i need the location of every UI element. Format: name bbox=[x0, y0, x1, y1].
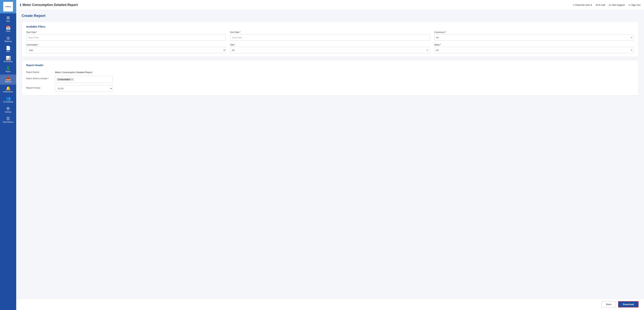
site-label: Site * bbox=[230, 44, 430, 46]
info-icon: ℹ bbox=[20, 3, 21, 7]
email-icon: ✉ bbox=[596, 4, 598, 6]
end-date-input[interactable] bbox=[230, 34, 430, 41]
report-header-grid: Report Name: Meter Consumption Detailed … bbox=[26, 70, 634, 92]
customers-clear-button[interactable]: ✕ bbox=[630, 36, 632, 39]
end-date-label: End Date * bbox=[230, 31, 430, 34]
sidebar-item-settings[interactable]: ⚙ Settings bbox=[0, 105, 16, 115]
meter-input[interactable]: All ✕ bbox=[434, 47, 634, 53]
select-include-input[interactable]: Consumption ✕ bbox=[55, 76, 112, 83]
chevron-down-icon: ▾ bbox=[591, 4, 592, 6]
sidebar-item-onboarding-label: On-boarding bbox=[3, 101, 13, 103]
end-date-group: End Date * bbox=[230, 31, 430, 41]
customers-required: * bbox=[445, 31, 446, 34]
report-format-select[interactable]: XLSX CSV PDF bbox=[55, 85, 112, 92]
notifications-icon: 🔔 bbox=[6, 86, 11, 90]
page-title: Create Report bbox=[22, 14, 638, 18]
help-icon: ⊙ bbox=[609, 4, 611, 6]
hub-support-button[interactable]: ⊙ Hub Support bbox=[609, 4, 625, 6]
subscriptions-icon: ☰ bbox=[6, 117, 10, 121]
site-clear-button[interactable]: ✕ bbox=[426, 49, 428, 52]
available-filters-title: Available Filters bbox=[26, 25, 634, 28]
start-date-input[interactable] bbox=[26, 34, 226, 41]
tasks-icon: 📅 bbox=[6, 26, 11, 30]
sidebar-item-subscriptions[interactable]: ☰ Subscriptions bbox=[0, 115, 16, 125]
customers-label: Customers * bbox=[434, 31, 634, 34]
top-header: ℹ Meter Consumption Detailed Report ↗ Ex… bbox=[16, 0, 644, 10]
external-link-icon: ↗ bbox=[572, 4, 575, 6]
sidebar-item-metering[interactable]: ◎ Metering bbox=[0, 34, 16, 44]
main-wrapper: ℹ Meter Consumption Detailed Report ↗ Ex… bbox=[16, 0, 644, 310]
sidebar-item-bills-label: Bills bbox=[6, 50, 10, 52]
commodity-select[interactable]: Gas Electricity Water bbox=[26, 47, 226, 53]
sidebar-item-sites[interactable]: ⊞ Sites bbox=[0, 14, 16, 24]
meter-group: Meter * All ✕ bbox=[434, 44, 634, 53]
sign-out-button[interactable]: ↪ Sign Out bbox=[628, 4, 640, 6]
report-name-value: Meter Consumption Detailed Report bbox=[55, 70, 634, 74]
report-format-container: XLSX CSV PDF bbox=[55, 85, 634, 92]
bottom-bar: Back Download bbox=[16, 298, 644, 310]
meter-required: * bbox=[440, 44, 441, 46]
sidebar-item-rates[interactable]: 💲 Rates bbox=[0, 64, 16, 74]
consumption-tag-remove[interactable]: ✕ bbox=[71, 78, 73, 81]
sidebar-item-onboarding[interactable]: 👥 On-boarding bbox=[0, 95, 16, 105]
sites-icon: ⊞ bbox=[6, 16, 10, 20]
sidebar-item-tasks-label: Tasks bbox=[6, 30, 10, 32]
start-date-group: Start Date * bbox=[26, 31, 226, 41]
settings-icon: ⚙ bbox=[6, 107, 10, 110]
sidebar-item-metering-label: Metering bbox=[5, 40, 12, 42]
consumption-tag: Consumption ✕ bbox=[56, 78, 74, 81]
bills-icon: 📄 bbox=[6, 46, 11, 50]
site-group: Site * All ✕ bbox=[230, 44, 430, 53]
page-content: Create Report Available Filters Start Da… bbox=[16, 10, 644, 298]
sidebar-item-rates-label: Rates bbox=[6, 70, 10, 73]
consumption-tag-label: Consumption bbox=[58, 78, 70, 81]
end-date-required: * bbox=[240, 31, 240, 34]
meter-value: All bbox=[436, 49, 438, 52]
select-include-label: Select what to include * bbox=[26, 76, 55, 80]
sidebar-item-bills[interactable]: 📄 Bills bbox=[0, 44, 16, 54]
meter-label: Meter * bbox=[434, 44, 634, 46]
sidebar-item-reports[interactable]: 📥 Reports bbox=[0, 74, 16, 85]
external-links-button[interactable]: ↗ External Links ▾ bbox=[572, 4, 592, 6]
start-date-label: Start Date * bbox=[26, 31, 226, 34]
site-input[interactable]: All ✕ bbox=[230, 47, 430, 53]
sidebar-item-sites-label: Sites bbox=[6, 20, 10, 22]
metering-icon: ◎ bbox=[6, 36, 10, 40]
customers-group: Customers * All ✕ bbox=[434, 31, 634, 41]
rates-icon: 💲 bbox=[6, 66, 11, 70]
commodity-required: * bbox=[38, 44, 38, 46]
site-required: * bbox=[234, 44, 235, 46]
accounting-icon: 📊 bbox=[6, 56, 11, 60]
available-filters-section: Available Filters Start Date * End Date … bbox=[22, 22, 638, 57]
header-actions: ↗ External Links ▾ ✉ E-mail ⊙ Hub Suppor… bbox=[572, 4, 640, 6]
site-value: All bbox=[232, 49, 234, 52]
sidebar-item-reports-label: Reports bbox=[5, 81, 11, 83]
filters-grid-row1: Start Date * End Date * Customers * bbox=[26, 31, 634, 41]
sidebar-item-accounting-label: Accounting bbox=[4, 60, 12, 63]
report-format-label: Report Format: bbox=[26, 85, 55, 89]
sidebar-item-accounting[interactable]: 📊 Accounting bbox=[0, 54, 16, 64]
sidebar-item-tasks[interactable]: 📅 Tasks bbox=[0, 24, 16, 34]
back-button[interactable]: Back bbox=[602, 301, 616, 308]
email-button[interactable]: ✉ E-mail bbox=[596, 4, 605, 6]
email-label: E-mail bbox=[598, 4, 605, 6]
sidebar-item-subscriptions-label: Subscriptions bbox=[3, 121, 14, 123]
commodity-label: Commodity * bbox=[26, 44, 226, 46]
commodity-group: Commodity * Gas Electricity Water bbox=[26, 44, 226, 53]
sidebar-item-notifications-label: Notifications bbox=[3, 91, 13, 93]
customers-input[interactable]: All ✕ bbox=[434, 34, 634, 41]
customers-value: All bbox=[436, 36, 438, 39]
download-button[interactable]: Download bbox=[618, 301, 638, 308]
meter-clear-button[interactable]: ✕ bbox=[630, 49, 632, 52]
sidebar-item-notifications[interactable]: 🔔 Notifications bbox=[0, 85, 16, 95]
report-header-title: Report Header bbox=[26, 64, 634, 67]
filters-grid-row2: Commodity * Gas Electricity Water Site * bbox=[26, 44, 634, 53]
hub-support-label: Hub Support bbox=[612, 4, 625, 6]
external-links-label: External Links bbox=[575, 4, 590, 6]
sign-out-icon: ↪ bbox=[628, 4, 630, 6]
logo-area: utilidex bbox=[0, 0, 16, 13]
reports-icon: 📥 bbox=[6, 76, 11, 80]
onboarding-icon: 👥 bbox=[6, 96, 11, 100]
sidebar: utilidex ⊞ Sites 📅 Tasks ◎ Metering 📄 Bi… bbox=[0, 0, 16, 310]
select-include-container: Consumption ✕ bbox=[55, 76, 634, 83]
